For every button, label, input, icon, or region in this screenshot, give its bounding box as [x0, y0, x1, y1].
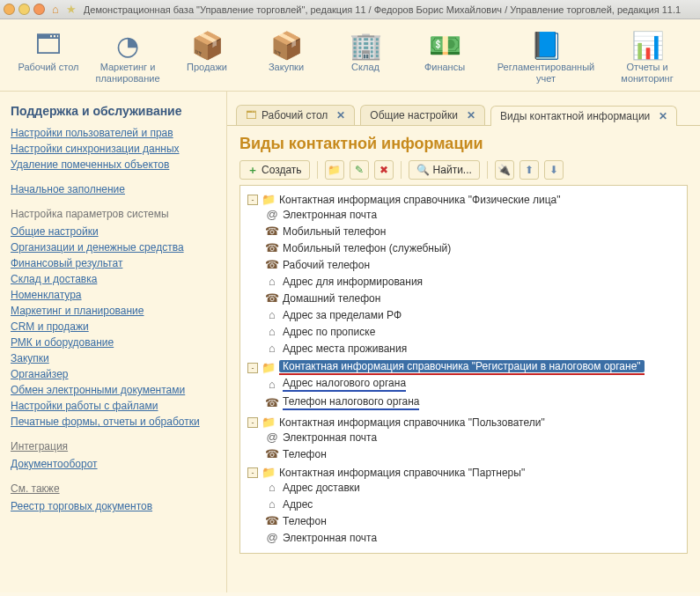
page-title: Виды контактной информации: [239, 135, 688, 153]
marketing-icon: ◔: [107, 28, 149, 62]
sidebar-link-sys-9[interactable]: Органайзер: [11, 368, 219, 380]
tree-label: Домашний телефон: [283, 292, 380, 305]
tab-contacts[interactable]: Виды контактной информации✕: [490, 106, 677, 126]
tab-close-icon[interactable]: ✕: [467, 109, 475, 121]
home-icon[interactable]: ⌂: [52, 3, 59, 16]
sidebar-link-sys-7[interactable]: РМК и оборудование: [11, 336, 219, 349]
toolbar-desktop[interactable]: 🗔Рабочий стол: [9, 26, 88, 85]
folder-icon: 📁: [262, 193, 276, 206]
home-icon: ⌂: [265, 275, 279, 288]
down-button[interactable]: ⬇: [544, 160, 564, 180]
mail-icon: @: [265, 531, 279, 544]
tree-node[interactable]: ⌂Адрес места проживания: [265, 342, 683, 355]
window-close-button[interactable]: [4, 4, 15, 15]
toolbar-finance[interactable]: 💵Финансы: [405, 26, 484, 85]
sidebar-link-sys-0[interactable]: Общие настройки: [11, 225, 219, 238]
phone-icon: ☎: [265, 514, 279, 527]
create-button[interactable]: ＋Создать: [239, 160, 310, 180]
tree-node[interactable]: ⌂Адрес доставки: [265, 481, 683, 494]
sidebar-link-sys-6[interactable]: CRM и продажи: [11, 320, 219, 333]
tree-node[interactable]: ☎Телефон: [265, 447, 683, 460]
tree-toggle-icon[interactable]: -: [247, 363, 258, 373]
tab-label: Рабочий стол: [262, 109, 328, 121]
tree-label: Мобильный телефон: [283, 225, 386, 238]
tree-node[interactable]: @Электронная почта: [265, 430, 683, 444]
sidebar-link-top-2[interactable]: Удаление помеченных объектов: [11, 158, 219, 171]
tree-toggle-icon[interactable]: -: [247, 467, 258, 478]
tree-node[interactable]: ⌂Адрес по прописке: [265, 325, 683, 338]
reports-icon: 📊: [626, 28, 668, 62]
tree-node[interactable]: ⌂Адрес налогового органа: [265, 377, 683, 392]
tree-toggle-icon[interactable]: -: [247, 195, 258, 205]
tree-label: Адрес: [283, 498, 313, 511]
tree-node[interactable]: @Электронная почта: [265, 208, 683, 221]
sidebar-link-sys-4[interactable]: Номенклатура: [11, 289, 219, 301]
toolbar-warehouse[interactable]: 🏢Склад: [326, 26, 405, 85]
tree-node[interactable]: -📁Контактная информация справочника "Физ…: [247, 193, 683, 206]
folder-icon: 📁: [262, 361, 276, 374]
tree-node[interactable]: ☎Домашний телефон: [265, 291, 683, 305]
tree-toggle-icon[interactable]: -: [247, 417, 258, 428]
tree-node[interactable]: -📁Контактная информация справочника "Пол…: [247, 416, 683, 429]
toolbar-sales[interactable]: 📦Продажи: [167, 26, 247, 85]
tree-node[interactable]: ☎Мобильный телефон: [265, 224, 683, 238]
sidebar-link-sys-8[interactable]: Закупки: [11, 352, 219, 364]
toolbar-purchases[interactable]: 📦Закупки: [247, 26, 326, 85]
sidebar-link-sys-3[interactable]: Склад и доставка: [11, 273, 219, 285]
action-bar: ＋Создать 📁 ✎ ✖ 🔍 Найти... 🔌 ⬆ ⬇: [239, 160, 688, 180]
home-icon: ⌂: [265, 308, 279, 321]
tree-label: Контактная информация справочника "Польз…: [279, 416, 545, 429]
phone-icon: ☎: [265, 224, 279, 238]
warehouse-icon: 🏢: [344, 28, 387, 62]
tab-desktop[interactable]: 🗔Рабочий стол✕: [236, 105, 355, 125]
home-icon: ⌂: [265, 378, 279, 391]
tree-node[interactable]: ☎Рабочий телефон: [265, 258, 683, 271]
favorite-icon[interactable]: ★: [66, 3, 77, 16]
tree-label: Адрес места проживания: [283, 342, 407, 355]
window-minimize-button[interactable]: [18, 4, 30, 15]
sidebar-link-sys-11[interactable]: Настройки работы с файлами: [11, 400, 219, 412]
sidebar-link-sys-5[interactable]: Маркетинг и планирование: [11, 305, 219, 317]
tree-node[interactable]: ☎Телефон налогового органа: [265, 395, 683, 410]
sidebar-link-top-1[interactable]: Настройки синхронизации данных: [11, 143, 219, 155]
sidebar-link-sys-2[interactable]: Финансовый результат: [11, 257, 219, 269]
tree-node[interactable]: ⌂Адрес за пределами РФ: [265, 308, 683, 321]
page: Виды контактной информации ＋Создать 📁 ✎ …: [227, 125, 700, 592]
find-button[interactable]: 🔍 Найти...: [409, 160, 480, 180]
purchases-icon: 📦: [265, 28, 307, 62]
tree-node[interactable]: ☎Мобильный телефон (служебный): [265, 241, 683, 254]
mail-icon: @: [265, 430, 279, 444]
toolbar-regaccount[interactable]: 📘Регламентированный учет: [484, 26, 608, 85]
edit-button[interactable]: ✎: [350, 160, 369, 180]
toolbar-marketing[interactable]: ◔Маркетинг ипланирование: [88, 26, 167, 85]
window-maximize-button[interactable]: [33, 4, 45, 15]
tree-node[interactable]: @Электронная почта: [265, 531, 683, 544]
tab-close-icon[interactable]: ✕: [659, 110, 667, 122]
contact-types-tree[interactable]: -📁Контактная информация справочника "Физ…: [239, 185, 688, 554]
toolbar-reports[interactable]: 📊Отчеты имониторинг: [608, 26, 687, 85]
sales-icon: 📦: [186, 28, 228, 62]
delete-button[interactable]: ✖: [374, 160, 394, 180]
link-button[interactable]: 🔌: [495, 160, 514, 180]
sidebar-link-sys-12[interactable]: Печатные формы, отчеты и обработки: [11, 416, 219, 428]
sidebar-link-see-0[interactable]: Реестр торговых документов: [11, 500, 219, 512]
sidebar-heading: Поддержка и обслуживание: [11, 104, 219, 118]
tab-general[interactable]: Общие настройки✕: [360, 105, 485, 125]
sidebar-link-initial-fill[interactable]: Начальное заполнение: [11, 183, 219, 195]
sidebar-link-int-0[interactable]: Документооборот: [11, 458, 219, 470]
tree-node[interactable]: ⌂Адрес: [265, 497, 683, 511]
tree-node[interactable]: -📁Контактная информация справочника "Пар…: [247, 466, 683, 479]
sidebar-link-top-0[interactable]: Настройки пользователей и прав: [11, 127, 219, 139]
toolbar-label: Финансы: [424, 62, 465, 73]
sidebar-link-sys-1[interactable]: Организации и денежные средства: [11, 241, 219, 254]
tree-node[interactable]: ⌂Адрес для информирования: [265, 275, 683, 288]
sidebar-link-sys-10[interactable]: Обмен электронными документами: [11, 384, 219, 396]
phone-icon: ☎: [265, 447, 279, 460]
tab-close-icon[interactable]: ✕: [336, 109, 345, 121]
up-button[interactable]: ⬆: [519, 160, 539, 180]
new-folder-button[interactable]: 📁: [325, 160, 344, 180]
tree-node[interactable]: -📁Контактная информация справочника "Рег…: [247, 360, 683, 375]
finance-icon: 💵: [424, 28, 466, 62]
toolbar-label: Закупки: [269, 62, 304, 73]
tree-node[interactable]: ☎Телефон: [265, 514, 683, 527]
